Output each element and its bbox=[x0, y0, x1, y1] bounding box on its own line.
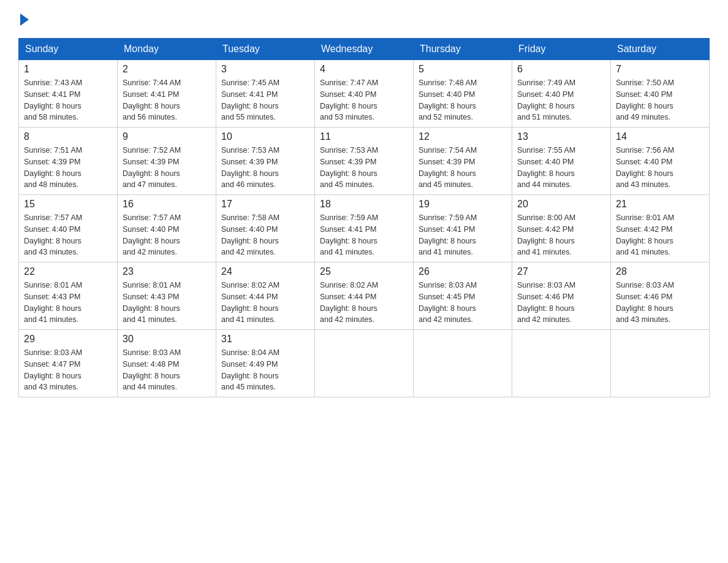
calendar-day-cell: 3Sunrise: 7:45 AMSunset: 4:41 PMDaylight… bbox=[216, 60, 315, 128]
calendar-day-cell: 20Sunrise: 8:00 AMSunset: 4:42 PMDayligh… bbox=[512, 195, 611, 262]
day-info: Sunrise: 7:54 AMSunset: 4:39 PMDaylight:… bbox=[419, 145, 507, 191]
day-info: Sunrise: 7:53 AMSunset: 4:39 PMDaylight:… bbox=[221, 145, 309, 191]
weekday-header-row: SundayMondayTuesdayWednesdayThursdayFrid… bbox=[19, 39, 710, 60]
day-number: 18 bbox=[320, 199, 408, 210]
calendar-week-row: 29Sunrise: 8:03 AMSunset: 4:47 PMDayligh… bbox=[19, 330, 710, 397]
day-number: 27 bbox=[517, 266, 605, 277]
calendar-day-cell bbox=[315, 330, 414, 397]
calendar-day-cell: 8Sunrise: 7:51 AMSunset: 4:39 PMDaylight… bbox=[19, 128, 118, 195]
day-number: 15 bbox=[24, 199, 112, 210]
day-number: 12 bbox=[419, 131, 507, 142]
calendar-table: SundayMondayTuesdayWednesdayThursdayFrid… bbox=[18, 38, 710, 397]
calendar-week-row: 15Sunrise: 7:57 AMSunset: 4:40 PMDayligh… bbox=[19, 195, 710, 262]
day-number: 6 bbox=[517, 64, 605, 75]
calendar-day-cell: 7Sunrise: 7:50 AMSunset: 4:40 PMDaylight… bbox=[611, 60, 710, 128]
day-info: Sunrise: 8:01 AMSunset: 4:42 PMDaylight:… bbox=[616, 212, 704, 258]
day-number: 8 bbox=[24, 131, 112, 142]
day-number: 13 bbox=[517, 131, 605, 142]
day-info: Sunrise: 7:56 AMSunset: 4:40 PMDaylight:… bbox=[616, 145, 704, 191]
calendar-week-row: 22Sunrise: 8:01 AMSunset: 4:43 PMDayligh… bbox=[19, 262, 710, 330]
calendar-day-cell: 19Sunrise: 7:59 AMSunset: 4:41 PMDayligh… bbox=[414, 195, 512, 262]
weekday-header-saturday: Saturday bbox=[611, 39, 710, 60]
day-number: 30 bbox=[123, 334, 211, 345]
calendar-day-cell: 24Sunrise: 8:02 AMSunset: 4:44 PMDayligh… bbox=[216, 262, 315, 330]
day-info: Sunrise: 8:02 AMSunset: 4:44 PMDaylight:… bbox=[320, 280, 408, 326]
calendar-day-cell: 15Sunrise: 7:57 AMSunset: 4:40 PMDayligh… bbox=[19, 195, 118, 262]
calendar-day-cell: 4Sunrise: 7:47 AMSunset: 4:40 PMDaylight… bbox=[315, 60, 414, 128]
day-info: Sunrise: 7:49 AMSunset: 4:40 PMDaylight:… bbox=[517, 77, 605, 123]
calendar-day-cell: 12Sunrise: 7:54 AMSunset: 4:39 PMDayligh… bbox=[414, 128, 512, 195]
day-info: Sunrise: 7:57 AMSunset: 4:40 PMDaylight:… bbox=[24, 212, 112, 258]
day-number: 24 bbox=[221, 266, 309, 277]
calendar-week-row: 8Sunrise: 7:51 AMSunset: 4:39 PMDaylight… bbox=[19, 128, 710, 195]
day-number: 25 bbox=[320, 266, 408, 277]
day-number: 28 bbox=[616, 266, 704, 277]
day-number: 3 bbox=[221, 64, 309, 75]
calendar-day-cell: 6Sunrise: 7:49 AMSunset: 4:40 PMDaylight… bbox=[512, 60, 611, 128]
calendar-day-cell bbox=[512, 330, 611, 397]
day-number: 17 bbox=[221, 199, 309, 210]
day-number: 26 bbox=[419, 266, 507, 277]
calendar-day-cell: 25Sunrise: 8:02 AMSunset: 4:44 PMDayligh… bbox=[315, 262, 414, 330]
calendar-day-cell: 30Sunrise: 8:03 AMSunset: 4:48 PMDayligh… bbox=[118, 330, 216, 397]
calendar-day-cell: 9Sunrise: 7:52 AMSunset: 4:39 PMDaylight… bbox=[118, 128, 216, 195]
day-number: 11 bbox=[320, 131, 408, 142]
day-info: Sunrise: 7:55 AMSunset: 4:40 PMDaylight:… bbox=[517, 145, 605, 191]
day-info: Sunrise: 8:03 AMSunset: 4:46 PMDaylight:… bbox=[616, 280, 704, 326]
day-number: 5 bbox=[419, 64, 507, 75]
calendar-day-cell: 2Sunrise: 7:44 AMSunset: 4:41 PMDaylight… bbox=[118, 60, 216, 128]
day-info: Sunrise: 8:03 AMSunset: 4:47 PMDaylight:… bbox=[24, 347, 112, 393]
calendar-day-cell bbox=[611, 330, 710, 397]
day-info: Sunrise: 7:47 AMSunset: 4:40 PMDaylight:… bbox=[320, 77, 408, 123]
day-info: Sunrise: 7:58 AMSunset: 4:40 PMDaylight:… bbox=[221, 212, 309, 258]
day-info: Sunrise: 7:50 AMSunset: 4:40 PMDaylight:… bbox=[616, 77, 704, 123]
calendar-day-cell bbox=[414, 330, 512, 397]
day-info: Sunrise: 7:48 AMSunset: 4:40 PMDaylight:… bbox=[419, 77, 507, 123]
calendar-day-cell: 29Sunrise: 8:03 AMSunset: 4:47 PMDayligh… bbox=[19, 330, 118, 397]
day-info: Sunrise: 8:01 AMSunset: 4:43 PMDaylight:… bbox=[123, 280, 211, 326]
day-info: Sunrise: 7:59 AMSunset: 4:41 PMDaylight:… bbox=[320, 212, 408, 258]
calendar-day-cell: 28Sunrise: 8:03 AMSunset: 4:46 PMDayligh… bbox=[611, 262, 710, 330]
calendar-day-cell: 11Sunrise: 7:53 AMSunset: 4:39 PMDayligh… bbox=[315, 128, 414, 195]
day-number: 10 bbox=[221, 131, 309, 142]
calendar-day-cell: 26Sunrise: 8:03 AMSunset: 4:45 PMDayligh… bbox=[414, 262, 512, 330]
calendar-day-cell: 13Sunrise: 7:55 AMSunset: 4:40 PMDayligh… bbox=[512, 128, 611, 195]
calendar-week-row: 1Sunrise: 7:43 AMSunset: 4:41 PMDaylight… bbox=[19, 60, 710, 128]
calendar-day-cell: 10Sunrise: 7:53 AMSunset: 4:39 PMDayligh… bbox=[216, 128, 315, 195]
day-info: Sunrise: 8:01 AMSunset: 4:43 PMDaylight:… bbox=[24, 280, 112, 326]
day-number: 19 bbox=[419, 199, 507, 210]
calendar-day-cell: 16Sunrise: 7:57 AMSunset: 4:40 PMDayligh… bbox=[118, 195, 216, 262]
day-number: 31 bbox=[221, 334, 309, 345]
day-number: 14 bbox=[616, 131, 704, 142]
day-info: Sunrise: 7:44 AMSunset: 4:41 PMDaylight:… bbox=[123, 77, 211, 123]
day-info: Sunrise: 8:03 AMSunset: 4:45 PMDaylight:… bbox=[419, 280, 507, 326]
day-number: 4 bbox=[320, 64, 408, 75]
day-number: 22 bbox=[24, 266, 112, 277]
calendar-day-cell: 22Sunrise: 8:01 AMSunset: 4:43 PMDayligh… bbox=[19, 262, 118, 330]
day-number: 2 bbox=[123, 64, 211, 75]
day-number: 29 bbox=[24, 334, 112, 345]
page-header bbox=[18, 12, 710, 27]
day-info: Sunrise: 8:00 AMSunset: 4:42 PMDaylight:… bbox=[517, 212, 605, 258]
day-info: Sunrise: 7:57 AMSunset: 4:40 PMDaylight:… bbox=[123, 212, 211, 258]
day-number: 20 bbox=[517, 199, 605, 210]
day-number: 9 bbox=[123, 131, 211, 142]
calendar-day-cell: 31Sunrise: 8:04 AMSunset: 4:49 PMDayligh… bbox=[216, 330, 315, 397]
day-number: 23 bbox=[123, 266, 211, 277]
weekday-header-wednesday: Wednesday bbox=[315, 39, 414, 60]
day-info: Sunrise: 7:45 AMSunset: 4:41 PMDaylight:… bbox=[221, 77, 309, 123]
weekday-header-thursday: Thursday bbox=[414, 39, 512, 60]
day-info: Sunrise: 7:59 AMSunset: 4:41 PMDaylight:… bbox=[419, 212, 507, 258]
day-number: 1 bbox=[24, 64, 112, 75]
calendar-day-cell: 27Sunrise: 8:03 AMSunset: 4:46 PMDayligh… bbox=[512, 262, 611, 330]
calendar-day-cell: 18Sunrise: 7:59 AMSunset: 4:41 PMDayligh… bbox=[315, 195, 414, 262]
day-info: Sunrise: 8:02 AMSunset: 4:44 PMDaylight:… bbox=[221, 280, 309, 326]
calendar-day-cell: 21Sunrise: 8:01 AMSunset: 4:42 PMDayligh… bbox=[611, 195, 710, 262]
weekday-header-tuesday: Tuesday bbox=[216, 39, 315, 60]
day-info: Sunrise: 7:52 AMSunset: 4:39 PMDaylight:… bbox=[123, 145, 211, 191]
weekday-header-friday: Friday bbox=[512, 39, 611, 60]
logo bbox=[18, 12, 29, 27]
day-number: 7 bbox=[616, 64, 704, 75]
weekday-header-sunday: Sunday bbox=[19, 39, 118, 60]
logo-arrow-icon bbox=[20, 13, 29, 26]
